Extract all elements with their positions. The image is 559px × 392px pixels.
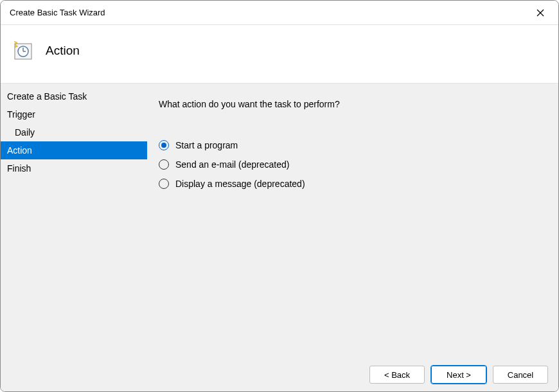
action-radio-group: Start a program Send an e-mail (deprecat…	[159, 140, 539, 189]
wizard-footer: < Back Next > Cancel	[1, 358, 558, 391]
cancel-button[interactable]: Cancel	[493, 366, 548, 384]
wizard-main: What action do you want the task to perf…	[147, 84, 558, 359]
task-scheduler-icon	[12, 40, 34, 62]
radio-label: Start a program	[175, 140, 238, 150]
radio-display-message[interactable]: Display a message (deprecated)	[159, 179, 539, 189]
wizard-header: Action	[1, 25, 558, 83]
radio-start-program[interactable]: Start a program	[159, 140, 539, 150]
prompt-text: What action do you want the task to perf…	[159, 99, 539, 109]
radio-send-email[interactable]: Send an e-mail (deprecated)	[159, 159, 539, 170]
close-icon	[537, 9, 544, 17]
wizard-body: Create a Basic Task Trigger Daily Action…	[1, 83, 558, 359]
page-title: Action	[46, 44, 80, 58]
radio-label: Send an e-mail (deprecated)	[175, 159, 289, 170]
radio-label: Display a message (deprecated)	[175, 179, 305, 189]
sidebar-item-action[interactable]: Action	[1, 141, 147, 159]
titlebar: Create Basic Task Wizard	[1, 1, 558, 25]
radio-icon	[159, 159, 169, 170]
sidebar-item-daily[interactable]: Daily	[1, 123, 147, 141]
sidebar-item-finish[interactable]: Finish	[1, 159, 147, 177]
radio-icon	[159, 179, 169, 189]
next-button[interactable]: Next >	[431, 366, 486, 384]
sidebar-item-trigger[interactable]: Trigger	[1, 105, 147, 123]
radio-icon	[159, 140, 169, 150]
close-button[interactable]	[531, 6, 549, 19]
sidebar-item-create-basic-task[interactable]: Create a Basic Task	[1, 87, 147, 105]
window-title: Create Basic Task Wizard	[10, 8, 105, 17]
back-button[interactable]: < Back	[369, 366, 425, 384]
wizard-steps-sidebar: Create a Basic Task Trigger Daily Action…	[1, 84, 147, 359]
